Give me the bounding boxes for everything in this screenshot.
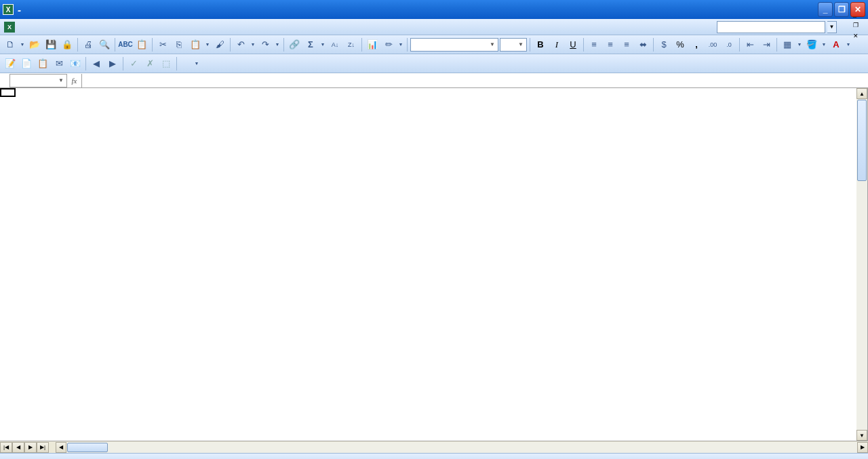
minimize-button[interactable]: _ bbox=[818, 2, 833, 17]
excel-doc-icon: X bbox=[4, 22, 15, 33]
percent-icon[interactable]: % bbox=[673, 37, 688, 52]
doc-restore-button[interactable]: ❐ bbox=[853, 22, 864, 33]
chevron-down-icon: ▼ bbox=[518, 41, 524, 47]
borders-icon[interactable]: ▦ bbox=[780, 37, 795, 52]
tab-nav-first[interactable]: |◀ bbox=[0, 442, 12, 453]
paste-icon[interactable]: 📋 bbox=[188, 37, 203, 52]
chevron-down-icon: ▼ bbox=[490, 41, 495, 47]
excel-app-icon: X bbox=[3, 4, 14, 15]
decrease-indent-icon[interactable]: ⇤ bbox=[743, 37, 757, 52]
worksheet-grid[interactable]: ▲ ▼ bbox=[0, 88, 868, 441]
autosum-icon[interactable]: Σ bbox=[303, 37, 318, 52]
help-search: ▼ bbox=[717, 21, 837, 33]
tab-nav-last[interactable]: ▶| bbox=[37, 442, 49, 453]
cut-icon[interactable]: ✂ bbox=[155, 37, 170, 52]
increase-decimal-icon[interactable]: .00 bbox=[705, 37, 720, 52]
hyperlink-icon[interactable]: 🔗 bbox=[287, 37, 302, 52]
fontcolor-dropdown[interactable]: ▼ bbox=[845, 42, 852, 47]
font-color-icon[interactable]: A bbox=[829, 37, 844, 52]
scroll-left-button[interactable]: ◀ bbox=[56, 442, 66, 453]
paste-dropdown[interactable]: ▼ bbox=[204, 42, 211, 47]
redo-dropdown[interactable]: ▼ bbox=[274, 42, 281, 47]
sort-desc-icon[interactable]: Z↓ bbox=[344, 37, 359, 52]
fx-button[interactable]: fx bbox=[67, 74, 82, 87]
review-icon4[interactable]: ✉ bbox=[52, 56, 66, 71]
print-icon[interactable]: 🖨 bbox=[81, 37, 96, 52]
increase-indent-icon[interactable]: ⇥ bbox=[759, 37, 774, 52]
borders-dropdown[interactable]: ▼ bbox=[796, 42, 803, 47]
scroll-down-button[interactable]: ▼ bbox=[856, 430, 867, 441]
review-icon2[interactable]: 📄 bbox=[19, 56, 34, 71]
spelling-icon[interactable]: ABC bbox=[118, 37, 133, 52]
doc-minimize-button[interactable]: _ bbox=[853, 11, 864, 22]
print-preview-icon[interactable]: 🔍 bbox=[97, 37, 112, 52]
align-left-icon[interactable]: ≡ bbox=[587, 37, 601, 52]
review-icon5[interactable]: 📧 bbox=[68, 56, 83, 71]
undo-dropdown[interactable]: ▼ bbox=[250, 42, 256, 47]
status-bar bbox=[0, 453, 868, 459]
format-painter-icon[interactable]: 🖌 bbox=[212, 37, 227, 52]
review-reject-icon[interactable]: ✗ bbox=[142, 56, 157, 71]
tab-nav-prev[interactable]: ◀ bbox=[12, 442, 24, 453]
horizontal-scrollbar[interactable]: ◀ ▶ bbox=[56, 442, 868, 453]
formula-input[interactable] bbox=[82, 74, 868, 87]
review-options-dropdown[interactable]: ▼ bbox=[193, 61, 200, 66]
review-prev-icon[interactable]: ◀ bbox=[89, 56, 104, 71]
merge-center-icon[interactable]: ⬌ bbox=[635, 37, 650, 52]
menu-bar: X ▼ _ ❐ ✕ bbox=[0, 19, 868, 35]
toolbar-options-dropdown[interactable]: ▼ bbox=[397, 42, 404, 47]
currency-icon[interactable]: $ bbox=[656, 37, 671, 52]
vertical-scrollbar[interactable]: ▲ ▼ bbox=[856, 88, 867, 441]
doc-close-button[interactable]: ✕ bbox=[853, 33, 864, 43]
chevron-down-icon: ▼ bbox=[58, 77, 64, 83]
align-center-icon[interactable]: ≡ bbox=[603, 37, 618, 52]
title-bar: X - _ ❐ ✕ bbox=[0, 0, 868, 19]
font-selector[interactable]: ▼ bbox=[410, 38, 498, 52]
decrease-decimal-icon[interactable]: .0 bbox=[722, 37, 736, 52]
save-icon[interactable]: 💾 bbox=[43, 37, 58, 52]
new-dropdown[interactable]: ▼ bbox=[19, 42, 26, 47]
review-next-icon[interactable]: ▶ bbox=[105, 56, 120, 71]
review-icon[interactable]: 📝 bbox=[3, 56, 18, 71]
standard-toolbar: 🗋▼ 📂 💾 🔒 🖨 🔍 ABC 📋 ✂ ⎘ 📋▼ 🖌 ↶▼ ↷▼ 🔗 Σ▼ A… bbox=[0, 35, 868, 54]
font-size-selector[interactable]: ▼ bbox=[500, 38, 527, 52]
drawing-icon[interactable]: ✏ bbox=[381, 37, 396, 52]
active-cell-indicator bbox=[0, 88, 16, 97]
scroll-up-button[interactable]: ▲ bbox=[856, 88, 867, 99]
align-right-icon[interactable]: ≡ bbox=[619, 37, 634, 52]
vscroll-thumb[interactable] bbox=[857, 100, 867, 181]
bold-icon[interactable]: B bbox=[533, 37, 548, 52]
copy-icon[interactable]: ⎘ bbox=[172, 37, 186, 52]
formula-bar: ▼ fx bbox=[0, 73, 868, 88]
help-dropdown-icon[interactable]: ▼ bbox=[827, 21, 837, 33]
underline-icon[interactable]: U bbox=[566, 37, 580, 52]
sort-asc-icon[interactable]: A↓ bbox=[328, 37, 342, 52]
name-box[interactable]: ▼ bbox=[9, 74, 67, 87]
maximize-button[interactable]: ❐ bbox=[834, 2, 849, 17]
hscroll-thumb[interactable] bbox=[67, 443, 108, 452]
chart-wizard-icon[interactable]: 📊 bbox=[365, 37, 380, 52]
redo-icon[interactable]: ↷ bbox=[258, 37, 273, 52]
undo-icon[interactable]: ↶ bbox=[233, 37, 248, 52]
tab-nav-next[interactable]: ▶ bbox=[24, 442, 37, 453]
scroll-right-button[interactable]: ▶ bbox=[857, 442, 868, 453]
review-icon3[interactable]: 📋 bbox=[35, 56, 50, 71]
window-title: - bbox=[18, 4, 818, 16]
open-icon[interactable]: 📂 bbox=[27, 37, 42, 52]
review-track-icon[interactable]: ⬚ bbox=[159, 56, 174, 71]
italic-icon[interactable]: I bbox=[549, 37, 564, 52]
new-icon[interactable]: 🗋 bbox=[3, 37, 18, 52]
fill-color-icon[interactable]: 🪣 bbox=[804, 37, 819, 52]
comma-icon[interactable]: , bbox=[689, 37, 704, 52]
research-icon[interactable]: 📋 bbox=[134, 37, 149, 52]
autosum-dropdown[interactable]: ▼ bbox=[319, 42, 326, 47]
sheet-tab-bar: |◀ ◀ ▶ ▶| ◀ ▶ bbox=[0, 441, 868, 453]
reviewing-toolbar: 📝 📄 📋 ✉ 📧 ◀ ▶ ✓ ✗ ⬚ ▼ bbox=[0, 54, 868, 73]
fill-dropdown[interactable]: ▼ bbox=[821, 42, 827, 47]
help-input[interactable] bbox=[717, 21, 825, 33]
permission-icon[interactable]: 🔒 bbox=[60, 37, 75, 52]
review-accept-icon[interactable]: ✓ bbox=[126, 56, 141, 71]
